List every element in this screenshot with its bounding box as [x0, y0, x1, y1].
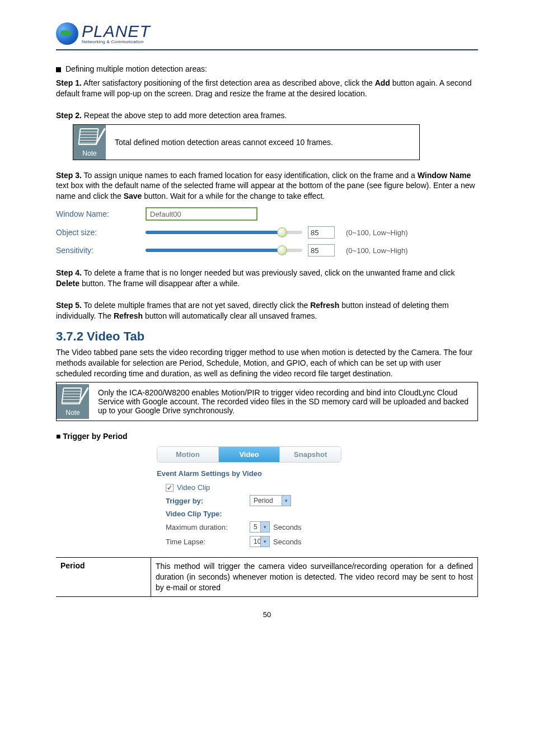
object-size-hint: (0~100, Low~High) — [346, 228, 408, 237]
sensitivity-value[interactable] — [308, 244, 335, 256]
step-4-label: Step 4. — [56, 268, 82, 277]
note-2-text: Only the ICA-8200/W8200 enables Motion/P… — [89, 382, 477, 421]
step-2: Step 2. Repeat the above step to add mor… — [56, 110, 478, 121]
step-4-text-b: button. The frame will disappear after a… — [79, 279, 240, 288]
object-size-label: Object size: — [56, 228, 146, 237]
note-label: Note — [82, 150, 96, 157]
step-3-text-c: button. Wait for a while for the change … — [142, 192, 325, 200]
step-5-label: Step 5. — [56, 301, 82, 310]
period-description-row: Period This method will trigger the came… — [56, 557, 478, 597]
step-3-label: Step 3. — [56, 171, 82, 180]
step-5-text-a: To delete multiple frames that are not y… — [82, 301, 310, 310]
slider-thumb-icon[interactable] — [277, 245, 287, 255]
step-1: Step 1. After satisfactory positioning o… — [56, 78, 478, 99]
note-box-1: Note Total defined motion detection area… — [73, 124, 420, 160]
event-alarm-title: Event Alarm Settings by Video — [157, 469, 341, 478]
sensitivity-label: Sensitivity: — [56, 246, 146, 255]
trigger-by-value: Period — [250, 497, 282, 505]
window-name-bold: Window Name — [418, 171, 471, 180]
save-bold: Save — [124, 192, 142, 200]
video-clip-type-label: Video Clip Type: — [166, 510, 250, 518]
time-lapse-label: Time Lapse: — [166, 538, 250, 546]
trigger-heading-text: Trigger by Period — [63, 432, 127, 441]
note-icon: Note — [73, 125, 106, 160]
step-1-text-a: After satisfactory positioning of the fi… — [82, 78, 375, 87]
trigger-by-label: Trigger by: — [166, 497, 250, 505]
seconds-label-1: Seconds — [273, 523, 302, 531]
sensitivity-slider[interactable] — [146, 249, 302, 252]
motion-settings-screenshot: Window Name: Object size: (0~100, Low~Hi… — [56, 207, 414, 256]
refresh-bold-2: Refresh — [114, 311, 143, 320]
add-bold: Add — [375, 78, 390, 87]
step-5-text-c: button will automatically clear all unsa… — [143, 311, 317, 320]
step-3: Step 3. To assign unique names to each f… — [56, 170, 478, 202]
page-number: 50 — [56, 610, 478, 619]
max-duration-select[interactable]: 5 ▾ — [250, 521, 270, 533]
step-3-text-a: To assign unique names to each framed lo… — [82, 171, 418, 180]
period-cell-text: This method will trigger the camera vide… — [151, 558, 477, 596]
chevron-down-icon[interactable]: ▾ — [260, 522, 269, 532]
tab-snapshot[interactable]: Snapshot — [279, 447, 341, 462]
header-logo-row: PLANET Networking & Communication — [56, 22, 478, 50]
brand-logo: PLANET Networking & Communication — [56, 22, 151, 45]
tab-nav: Motion Video Snapshot — [157, 446, 341, 463]
step-2-label: Step 2. — [56, 111, 82, 120]
step-2-text: Repeat the above step to add more detect… — [82, 111, 287, 120]
video-clip-checkbox[interactable] — [166, 484, 174, 492]
trigger-by-select[interactable]: Period ▾ — [250, 495, 291, 506]
period-cell-label: Period — [56, 558, 151, 596]
refresh-bold-1: Refresh — [310, 301, 339, 310]
note-box-2: Note Only the ICA-8200/W8200 enables Mot… — [56, 382, 478, 421]
tab-motion[interactable]: Motion — [157, 447, 218, 462]
delete-bold: Delete — [56, 279, 79, 288]
chevron-down-icon[interactable]: ▾ — [282, 496, 291, 506]
max-duration-label: Maximum duration: — [166, 523, 250, 531]
logo-tagline: Networking & Communication — [82, 40, 151, 44]
chevron-down-icon[interactable]: ▾ — [260, 536, 269, 547]
time-lapse-value: 10 — [250, 538, 260, 545]
section-video-tab-text: The Video tabbed pane sets the video rec… — [56, 347, 478, 379]
step-1-label: Step 1. — [56, 78, 82, 87]
window-name-input[interactable] — [146, 207, 257, 221]
object-size-value[interactable] — [308, 226, 335, 239]
window-name-label: Window Name: — [56, 209, 146, 218]
object-size-slider[interactable] — [146, 231, 302, 234]
bullet-defining-areas: Defining multiple motion detection areas… — [56, 64, 478, 74]
section-heading-video-tab: 3.7.2 Video Tab — [56, 329, 478, 344]
max-duration-value: 5 — [250, 523, 260, 531]
step-4-text-a: To delete a frame that is no longer need… — [82, 268, 455, 277]
trigger-by-period-heading: ■ Trigger by Period — [56, 431, 478, 442]
sensitivity-hint: (0~100, Low~High) — [346, 246, 408, 255]
step-5: Step 5. To delete multiple frames that a… — [56, 300, 478, 321]
video-clip-label: Video Clip — [177, 483, 210, 492]
globe-icon — [56, 22, 78, 45]
note-icon: Note — [57, 384, 89, 419]
logo-wordmark: PLANET — [82, 23, 151, 40]
note-label: Note — [65, 409, 79, 417]
tab-video[interactable]: Video — [218, 447, 280, 462]
slider-thumb-icon[interactable] — [277, 227, 287, 237]
note-1-text: Total defined motion detection areas can… — [106, 132, 342, 152]
video-tab-screenshot: Motion Video Snapshot Event Alarm Settin… — [157, 446, 341, 547]
time-lapse-select[interactable]: 10 ▾ — [250, 536, 270, 547]
seconds-label-2: Seconds — [273, 538, 302, 546]
step-4: Step 4. To delete a frame that is no lon… — [56, 268, 478, 289]
